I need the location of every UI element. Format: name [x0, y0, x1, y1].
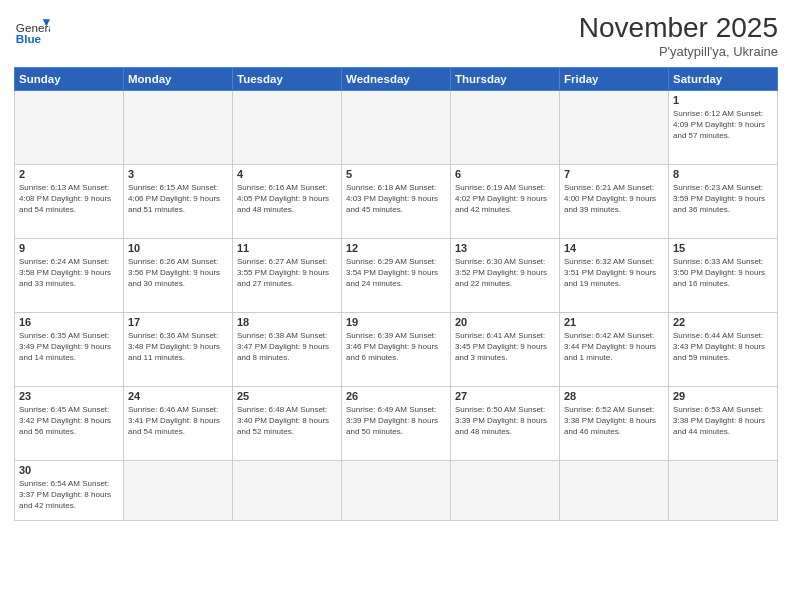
col-saturday: Saturday: [669, 68, 778, 91]
day-number: 5: [346, 168, 446, 180]
table-row: 15Sunrise: 6:33 AM Sunset: 3:50 PM Dayli…: [669, 239, 778, 313]
day-info: Sunrise: 6:16 AM Sunset: 4:05 PM Dayligh…: [237, 182, 337, 216]
table-row: [124, 461, 233, 521]
table-row: [560, 461, 669, 521]
svg-text:Blue: Blue: [16, 32, 42, 45]
day-info: Sunrise: 6:30 AM Sunset: 3:52 PM Dayligh…: [455, 256, 555, 290]
table-row: 19Sunrise: 6:39 AM Sunset: 3:46 PM Dayli…: [342, 313, 451, 387]
day-info: Sunrise: 6:29 AM Sunset: 3:54 PM Dayligh…: [346, 256, 446, 290]
day-number: 28: [564, 390, 664, 402]
day-info: Sunrise: 6:27 AM Sunset: 3:55 PM Dayligh…: [237, 256, 337, 290]
table-row: 12Sunrise: 6:29 AM Sunset: 3:54 PM Dayli…: [342, 239, 451, 313]
table-row: 10Sunrise: 6:26 AM Sunset: 3:56 PM Dayli…: [124, 239, 233, 313]
table-row: [451, 461, 560, 521]
header: General Blue November 2025 P'yatypill'ya…: [14, 12, 778, 59]
table-row: 11Sunrise: 6:27 AM Sunset: 3:55 PM Dayli…: [233, 239, 342, 313]
table-row: 29Sunrise: 6:53 AM Sunset: 3:38 PM Dayli…: [669, 387, 778, 461]
table-row: 23Sunrise: 6:45 AM Sunset: 3:42 PM Dayli…: [15, 387, 124, 461]
day-info: Sunrise: 6:50 AM Sunset: 3:39 PM Dayligh…: [455, 404, 555, 438]
day-info: Sunrise: 6:21 AM Sunset: 4:00 PM Dayligh…: [564, 182, 664, 216]
day-number: 15: [673, 242, 773, 254]
day-number: 8: [673, 168, 773, 180]
day-info: Sunrise: 6:46 AM Sunset: 3:41 PM Dayligh…: [128, 404, 228, 438]
day-info: Sunrise: 6:33 AM Sunset: 3:50 PM Dayligh…: [673, 256, 773, 290]
day-number: 14: [564, 242, 664, 254]
table-row: 3Sunrise: 6:15 AM Sunset: 4:06 PM Daylig…: [124, 165, 233, 239]
day-info: Sunrise: 6:48 AM Sunset: 3:40 PM Dayligh…: [237, 404, 337, 438]
table-row: 6Sunrise: 6:19 AM Sunset: 4:02 PM Daylig…: [451, 165, 560, 239]
table-row: 9Sunrise: 6:24 AM Sunset: 3:58 PM Daylig…: [15, 239, 124, 313]
day-number: 3: [128, 168, 228, 180]
day-info: Sunrise: 6:32 AM Sunset: 3:51 PM Dayligh…: [564, 256, 664, 290]
table-row: [15, 91, 124, 165]
day-info: Sunrise: 6:44 AM Sunset: 3:43 PM Dayligh…: [673, 330, 773, 364]
table-row: 28Sunrise: 6:52 AM Sunset: 3:38 PM Dayli…: [560, 387, 669, 461]
table-row: [124, 91, 233, 165]
day-info: Sunrise: 6:15 AM Sunset: 4:06 PM Dayligh…: [128, 182, 228, 216]
day-number: 19: [346, 316, 446, 328]
day-number: 23: [19, 390, 119, 402]
table-row: 13Sunrise: 6:30 AM Sunset: 3:52 PM Dayli…: [451, 239, 560, 313]
day-info: Sunrise: 6:23 AM Sunset: 3:59 PM Dayligh…: [673, 182, 773, 216]
table-row: [451, 91, 560, 165]
day-number: 1: [673, 94, 773, 106]
table-row: [233, 91, 342, 165]
day-number: 11: [237, 242, 337, 254]
day-number: 26: [346, 390, 446, 402]
title-block: November 2025 P'yatypill'ya, Ukraine: [579, 12, 778, 59]
day-number: 29: [673, 390, 773, 402]
table-row: 27Sunrise: 6:50 AM Sunset: 3:39 PM Dayli…: [451, 387, 560, 461]
table-row: 17Sunrise: 6:36 AM Sunset: 3:48 PM Dayli…: [124, 313, 233, 387]
day-number: 24: [128, 390, 228, 402]
table-row: 8Sunrise: 6:23 AM Sunset: 3:59 PM Daylig…: [669, 165, 778, 239]
day-number: 9: [19, 242, 119, 254]
table-row: [342, 461, 451, 521]
table-row: [342, 91, 451, 165]
day-info: Sunrise: 6:49 AM Sunset: 3:39 PM Dayligh…: [346, 404, 446, 438]
table-row: 21Sunrise: 6:42 AM Sunset: 3:44 PM Dayli…: [560, 313, 669, 387]
logo: General Blue: [14, 12, 50, 48]
day-number: 30: [19, 464, 119, 476]
col-thursday: Thursday: [451, 68, 560, 91]
day-number: 7: [564, 168, 664, 180]
table-row: 7Sunrise: 6:21 AM Sunset: 4:00 PM Daylig…: [560, 165, 669, 239]
calendar-header-row: Sunday Monday Tuesday Wednesday Thursday…: [15, 68, 778, 91]
day-number: 22: [673, 316, 773, 328]
day-info: Sunrise: 6:26 AM Sunset: 3:56 PM Dayligh…: [128, 256, 228, 290]
table-row: 14Sunrise: 6:32 AM Sunset: 3:51 PM Dayli…: [560, 239, 669, 313]
day-info: Sunrise: 6:18 AM Sunset: 4:03 PM Dayligh…: [346, 182, 446, 216]
col-sunday: Sunday: [15, 68, 124, 91]
table-row: 4Sunrise: 6:16 AM Sunset: 4:05 PM Daylig…: [233, 165, 342, 239]
table-row: 5Sunrise: 6:18 AM Sunset: 4:03 PM Daylig…: [342, 165, 451, 239]
table-row: 18Sunrise: 6:38 AM Sunset: 3:47 PM Dayli…: [233, 313, 342, 387]
table-row: [233, 461, 342, 521]
day-info: Sunrise: 6:13 AM Sunset: 4:08 PM Dayligh…: [19, 182, 119, 216]
table-row: [669, 461, 778, 521]
day-number: 4: [237, 168, 337, 180]
day-info: Sunrise: 6:19 AM Sunset: 4:02 PM Dayligh…: [455, 182, 555, 216]
table-row: 20Sunrise: 6:41 AM Sunset: 3:45 PM Dayli…: [451, 313, 560, 387]
table-row: 24Sunrise: 6:46 AM Sunset: 3:41 PM Dayli…: [124, 387, 233, 461]
day-number: 27: [455, 390, 555, 402]
day-info: Sunrise: 6:24 AM Sunset: 3:58 PM Dayligh…: [19, 256, 119, 290]
day-number: 2: [19, 168, 119, 180]
generalblue-logo-icon: General Blue: [14, 12, 50, 48]
calendar-table: Sunday Monday Tuesday Wednesday Thursday…: [14, 67, 778, 521]
col-friday: Friday: [560, 68, 669, 91]
day-number: 17: [128, 316, 228, 328]
day-number: 16: [19, 316, 119, 328]
day-info: Sunrise: 6:41 AM Sunset: 3:45 PM Dayligh…: [455, 330, 555, 364]
day-info: Sunrise: 6:36 AM Sunset: 3:48 PM Dayligh…: [128, 330, 228, 364]
table-row: 2Sunrise: 6:13 AM Sunset: 4:08 PM Daylig…: [15, 165, 124, 239]
day-info: Sunrise: 6:53 AM Sunset: 3:38 PM Dayligh…: [673, 404, 773, 438]
day-number: 25: [237, 390, 337, 402]
day-number: 13: [455, 242, 555, 254]
col-wednesday: Wednesday: [342, 68, 451, 91]
day-info: Sunrise: 6:39 AM Sunset: 3:46 PM Dayligh…: [346, 330, 446, 364]
day-info: Sunrise: 6:38 AM Sunset: 3:47 PM Dayligh…: [237, 330, 337, 364]
day-number: 12: [346, 242, 446, 254]
day-info: Sunrise: 6:52 AM Sunset: 3:38 PM Dayligh…: [564, 404, 664, 438]
day-number: 20: [455, 316, 555, 328]
table-row: [560, 91, 669, 165]
day-info: Sunrise: 6:35 AM Sunset: 3:49 PM Dayligh…: [19, 330, 119, 364]
